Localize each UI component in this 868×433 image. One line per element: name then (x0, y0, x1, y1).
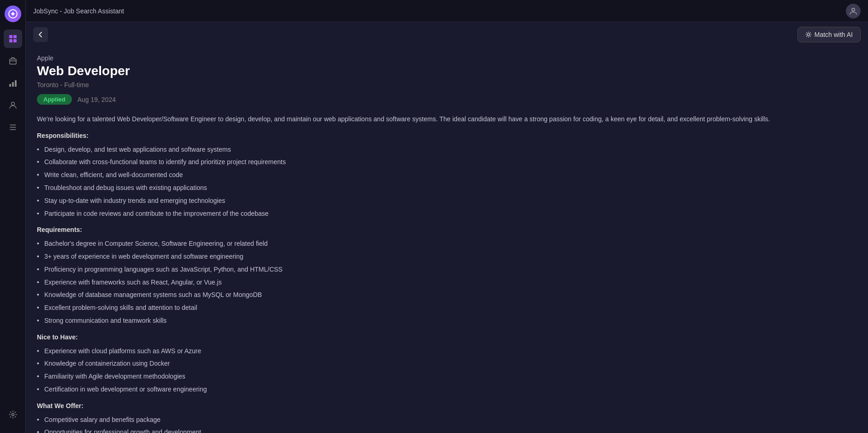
app-title: JobSync - Job Search Assistant (33, 7, 124, 15)
applied-date: Aug 19, 2024 (77, 96, 116, 103)
list-item: Collaborate with cross-functional teams … (37, 157, 845, 168)
list-item: Competitive salary and benefits package (37, 415, 845, 426)
match-ai-label: Match with AI (814, 31, 853, 38)
list-item: Opportunities for professional growth an… (37, 427, 845, 433)
status-row: Applied Aug 19, 2024 (37, 94, 845, 105)
job-meta: Toronto - Full-time (37, 81, 845, 89)
list-item: Experience with frameworks such as React… (37, 277, 845, 288)
svg-rect-2 (13, 35, 17, 38)
section-header: What We Offer: (37, 401, 845, 412)
list-item: Knowledge of database management systems… (37, 290, 845, 301)
applied-badge: Applied (37, 94, 72, 105)
list-item: Experience with cloud platforms such as … (37, 346, 845, 357)
svg-point-14 (12, 414, 14, 416)
match-ai-icon (805, 31, 812, 38)
sidebar-item-settings[interactable] (4, 405, 22, 424)
sidebar-item-profile[interactable] (4, 96, 22, 114)
list-item: Bachelor's degree in Computer Science, S… (37, 238, 845, 249)
topbar: JobSync - Job Search Assistant (26, 0, 868, 22)
list-item: Knowledge of containerization using Dock… (37, 358, 845, 369)
svg-rect-4 (13, 39, 17, 42)
job-sections: Responsibilities:Design, develop, and te… (37, 130, 845, 433)
list-item: Strong communication and teamwork skills (37, 315, 845, 326)
svg-rect-5 (10, 59, 16, 64)
sidebar-item-applications[interactable] (4, 118, 22, 136)
list-item: Stay up-to-date with industry trends and… (37, 196, 845, 207)
section-list: Competitive salary and benefits packageO… (37, 415, 845, 433)
match-ai-button[interactable]: Match with AI (797, 27, 861, 42)
svg-point-10 (11, 102, 14, 106)
list-item: Participate in code reviews and contribu… (37, 208, 845, 219)
list-item: Proficiency in programming languages suc… (37, 264, 845, 275)
list-item: Write clean, efficient, and well-documen… (37, 170, 845, 181)
list-item: Familiarity with Agile development metho… (37, 371, 845, 382)
svg-rect-1 (9, 35, 12, 38)
section-header: Requirements: (37, 225, 845, 236)
section-header: Nice to Have: (37, 332, 845, 343)
list-item: 3+ years of experience in web developmen… (37, 251, 845, 262)
list-item: Certification in web development or soft… (37, 384, 845, 395)
list-item: Troubleshoot and debug issues with exist… (37, 183, 845, 194)
svg-point-16 (807, 34, 809, 36)
sidebar-item-analytics[interactable] (4, 74, 22, 92)
job-detail: Apple Web Developer Toronto - Full-time … (26, 47, 856, 433)
svg-rect-9 (15, 80, 17, 87)
section-header: Responsibilities: (37, 130, 845, 142)
sidebar (0, 0, 26, 433)
job-title: Web Developer (37, 64, 845, 78)
app-logo (5, 6, 21, 22)
job-description: We're looking for a talented Web Develop… (37, 114, 845, 433)
list-item: Design, develop, and test web applicatio… (37, 144, 845, 155)
sidebar-item-dashboard[interactable] (4, 30, 22, 48)
list-item: Excellent problem-solving skills and att… (37, 303, 845, 314)
section-list: Experience with cloud platforms such as … (37, 346, 845, 395)
section-list: Bachelor's degree in Computer Science, S… (37, 238, 845, 326)
description-intro: We're looking for a talented Web Develop… (37, 114, 845, 125)
action-bar: Match with AI (26, 22, 868, 47)
content-area: Match with AI Apple Web Developer Toront… (26, 22, 868, 433)
main-container: JobSync - Job Search Assistant M (26, 0, 868, 433)
svg-point-15 (852, 8, 855, 11)
section-list: Design, develop, and test web applicatio… (37, 144, 845, 219)
company-name: Apple (37, 54, 845, 62)
svg-rect-3 (9, 39, 12, 42)
svg-rect-8 (12, 82, 14, 87)
svg-rect-7 (9, 84, 11, 87)
back-button[interactable] (33, 27, 48, 42)
user-avatar[interactable] (846, 4, 861, 18)
sidebar-item-jobs[interactable] (4, 52, 22, 70)
